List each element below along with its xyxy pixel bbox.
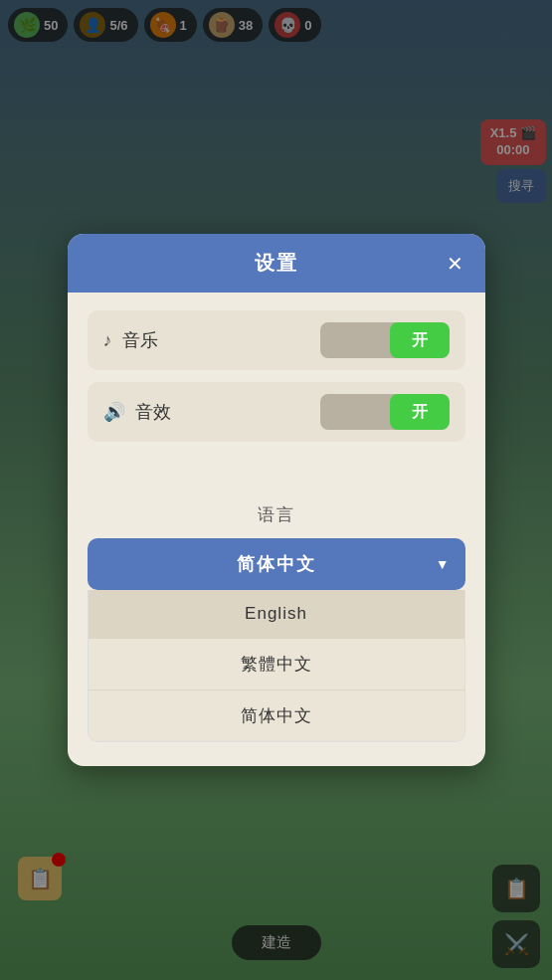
modal-close-button[interactable]: ✕ [442,250,469,278]
lang-option-trad-label: 繁體中文 [241,655,312,674]
modal-title: 设置 [255,250,298,277]
language-options-list: English 繁體中文 简体中文 [88,590,465,742]
music-toggle-on: 开 [390,322,450,358]
lang-option-english-label: English [245,604,307,623]
sfx-label: 🔊 音效 [103,400,320,424]
selected-language-text: 简体中文 [237,552,316,576]
lang-option-simp-label: 简体中文 [241,706,312,725]
sfx-label-text: 音效 [135,400,171,424]
music-toggle-label: 开 [412,330,428,351]
sfx-toggle-on: 开 [390,394,450,430]
music-icon: ♪ [103,330,112,351]
lang-option-english[interactable]: English [89,590,464,639]
spacer [88,454,465,493]
music-toggle[interactable]: 开 [320,322,450,358]
sfx-setting-row: 🔊 音效 开 [88,382,465,442]
sfx-icon: 🔊 [103,401,125,423]
music-label: ♪ 音乐 [103,328,320,352]
lang-option-simplified-chinese[interactable]: 简体中文 [89,690,464,741]
modal-body: ♪ 音乐 开 🔊 音效 开 语言 [68,293,485,766]
language-dropdown-selected[interactable]: 简体中文 ▼ [88,538,465,590]
lang-option-traditional-chinese[interactable]: 繁體中文 [89,639,464,690]
sfx-toggle[interactable]: 开 [320,394,450,430]
chevron-down-icon: ▼ [436,556,450,572]
music-label-text: 音乐 [122,328,158,352]
language-section: 语言 简体中文 ▼ English 繁體中文 简体中文 [88,503,465,742]
sfx-toggle-label: 开 [412,402,428,423]
language-section-label: 语言 [88,503,465,526]
modal-header: 设置 ✕ [68,234,485,293]
settings-modal: 设置 ✕ ♪ 音乐 开 🔊 音效 开 [68,234,485,766]
music-setting-row: ♪ 音乐 开 [88,310,465,370]
